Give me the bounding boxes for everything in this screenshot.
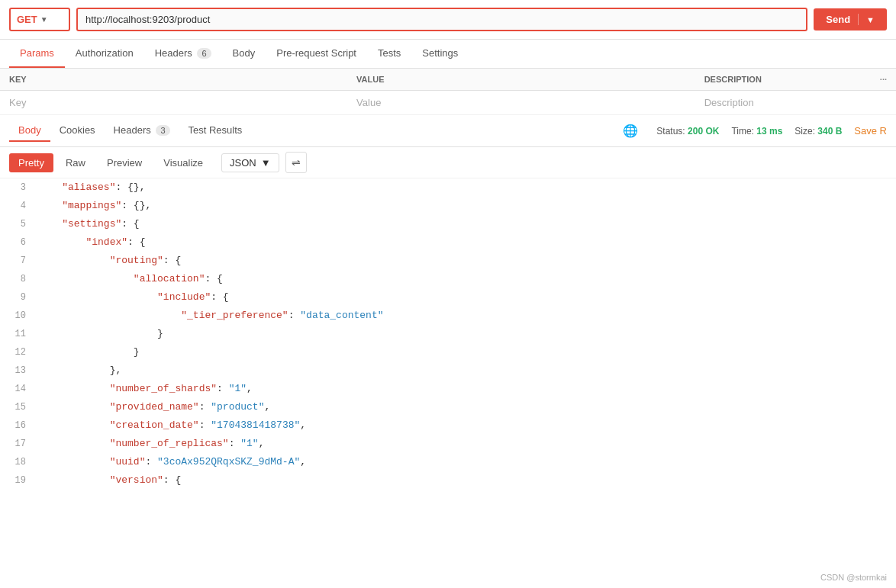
send-dropdown-icon[interactable]: ▼ — [859, 15, 875, 24]
method-label: GET — [17, 14, 37, 25]
line-content: "allocation": { — [38, 271, 896, 288]
globe-icon: 🌐 — [623, 124, 638, 138]
line-content: "aliases": {}, — [38, 179, 896, 196]
line-number: 11 — [0, 326, 38, 342]
line-content: "uuid": "3coAx952QRqxSKZ_9dMd-A", — [38, 454, 896, 471]
code-line: 4 "mappings": {}, — [0, 197, 896, 215]
tab-settings[interactable]: Settings — [411, 40, 469, 68]
line-number: 8 — [0, 271, 38, 288]
url-input[interactable]: http://localhost:9203/product — [76, 8, 807, 31]
code-line: 16 "creation_date": "1704381418738", — [0, 416, 896, 435]
pretty-button[interactable]: Pretty — [9, 153, 53, 172]
time-label: Time: 13 ms — [731, 126, 782, 137]
line-content: "number_of_shards": "1", — [38, 381, 896, 397]
line-content: "created": "7100199" — [38, 490, 896, 491]
resp-tab-cookies[interactable]: Cookies — [50, 120, 105, 142]
code-line: 15 "provided_name": "product", — [0, 398, 896, 416]
tab-authorization[interactable]: Authorization — [65, 40, 144, 68]
line-number: 13 — [0, 362, 38, 379]
resp-tab-body[interactable]: Body — [9, 120, 50, 142]
line-number: 15 — [0, 399, 38, 416]
line-number: 4 — [0, 198, 38, 214]
preview-button[interactable]: Preview — [98, 153, 151, 172]
line-content: "index": { — [38, 234, 896, 251]
code-line: 10 "_tier_preference": "data_content" — [0, 307, 896, 325]
line-number: 14 — [0, 381, 38, 397]
key-placeholder[interactable]: Key — [0, 91, 347, 115]
line-number: 10 — [0, 307, 38, 324]
line-number: 12 — [0, 344, 38, 361]
response-tabs: Body Cookies Headers 3 Test Results — [9, 120, 623, 142]
line-number: 3 — [0, 179, 38, 196]
line-number: 18 — [0, 454, 38, 471]
tab-prerequest[interactable]: Pre-request Script — [266, 40, 367, 68]
code-line: 17 "number_of_replicas": "1", — [0, 435, 896, 453]
line-content: } — [38, 326, 896, 342]
col-desc-header: DESCRIPTION — [695, 69, 871, 91]
line-number: 16 — [0, 417, 38, 434]
params-section: KEY VALUE DESCRIPTION ··· Key Value Desc… — [0, 69, 896, 115]
raw-button[interactable]: Raw — [56, 153, 95, 172]
method-select[interactable]: GET ▼ — [9, 8, 70, 31]
code-line: 12 } — [0, 343, 896, 361]
format-bar: Pretty Raw Preview Visualize JSON ▼ ⇌ — [0, 147, 896, 178]
line-number: 6 — [0, 234, 38, 251]
line-content: "routing": { — [38, 252, 896, 269]
save-response-button[interactable]: Save R — [854, 125, 887, 137]
code-area[interactable]: 3 "aliases": {},4 "mappings": {},5 "sett… — [0, 178, 896, 491]
row-more — [871, 91, 896, 115]
code-line: 13 }, — [0, 361, 896, 380]
code-line: 20 "created": "7100199" — [0, 490, 896, 491]
col-more-header: ··· — [871, 69, 896, 91]
value-placeholder[interactable]: Value — [347, 91, 695, 115]
request-tabs: Params Authorization Headers 6 Body Pre-… — [0, 40, 896, 69]
code-line: 18 "uuid": "3coAx952QRqxSKZ_9dMd-A", — [0, 453, 896, 471]
tab-params[interactable]: Params — [9, 40, 65, 68]
visualize-button[interactable]: Visualize — [154, 153, 212, 172]
line-content: "number_of_replicas": "1", — [38, 435, 896, 452]
line-number: 19 — [0, 472, 38, 489]
resp-tab-headers[interactable]: Headers 3 — [105, 120, 179, 142]
headers-badge: 6 — [197, 48, 211, 59]
tab-tests[interactable]: Tests — [367, 40, 411, 68]
code-line: 7 "routing": { — [0, 252, 896, 270]
desc-placeholder[interactable]: Description — [695, 91, 871, 115]
line-number: 17 — [0, 435, 38, 452]
line-content: } — [38, 344, 896, 361]
send-button[interactable]: Send ▼ — [814, 8, 887, 31]
resp-headers-badge: 3 — [156, 125, 169, 136]
code-line: 6 "index": { — [0, 233, 896, 252]
method-arrow-icon: ▼ — [40, 15, 48, 24]
send-label: Send — [826, 14, 859, 25]
params-table: KEY VALUE DESCRIPTION ··· Key Value Desc… — [0, 69, 896, 115]
col-value-header: VALUE — [347, 69, 695, 91]
request-bar: GET ▼ http://localhost:9203/product Send… — [0, 0, 896, 40]
tab-body[interactable]: Body — [222, 40, 266, 68]
format-select[interactable]: JSON ▼ — [221, 153, 279, 172]
code-line: 14 "number_of_shards": "1", — [0, 380, 896, 398]
col-key-header: KEY — [0, 69, 347, 91]
resp-tab-test-results[interactable]: Test Results — [179, 120, 252, 142]
line-number: 7 — [0, 252, 38, 269]
table-row: Key Value Description — [0, 91, 896, 115]
response-bar: Body Cookies Headers 3 Test Results 🌐 St… — [0, 115, 896, 147]
code-line: 8 "allocation": { — [0, 270, 896, 288]
line-content: "creation_date": "1704381418738", — [38, 417, 896, 434]
line-content: "include": { — [38, 289, 896, 306]
status-label: Status: 200 OK — [656, 126, 719, 137]
code-line: 3 "aliases": {}, — [0, 178, 896, 197]
line-content: "_tier_preference": "data_content" — [38, 307, 896, 324]
code-line: 5 "settings": { — [0, 215, 896, 233]
status-area: 🌐 Status: 200 OK Time: 13 ms Size: 340 B… — [623, 124, 887, 138]
code-line: 19 "version": { — [0, 471, 896, 490]
format-arrow-icon: ▼ — [261, 157, 271, 169]
line-number: 5 — [0, 216, 38, 233]
code-line: 9 "include": { — [0, 288, 896, 307]
tab-headers[interactable]: Headers 6 — [144, 40, 222, 68]
line-content: "provided_name": "product", — [38, 399, 896, 416]
wrap-lines-button[interactable]: ⇌ — [285, 152, 307, 173]
size-label: Size: 340 B — [794, 126, 842, 137]
code-line: 11 } — [0, 325, 896, 343]
line-number: 9 — [0, 289, 38, 306]
line-number: 20 — [0, 490, 38, 491]
